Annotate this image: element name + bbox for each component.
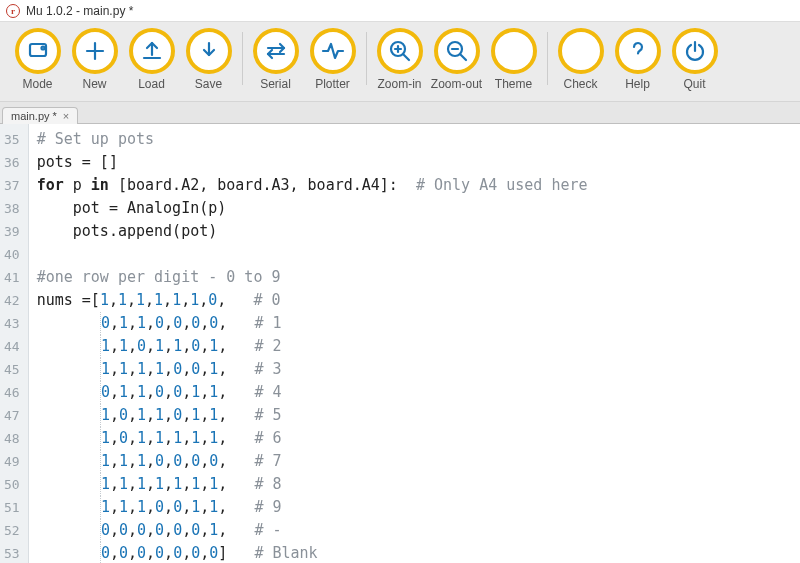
code-line[interactable]: 1,1,1,0,0,1,1, # 9 (37, 496, 588, 519)
toolbar-label: New (82, 77, 106, 91)
help-button[interactable]: Help (610, 26, 665, 99)
line-number: 38 (4, 197, 20, 220)
toolbar-group: ModeNewLoadSave (4, 26, 242, 99)
zoom-in-icon (377, 28, 423, 74)
line-number: 40 (4, 243, 20, 266)
code-line[interactable]: for p in [board.A2, board.A3, board.A4]:… (37, 174, 588, 197)
mode-icon (15, 28, 61, 74)
code-line[interactable]: 1,1,1,0,0,0,0, # 7 (37, 450, 588, 473)
code-line[interactable]: 0,1,1,0,0,0,0, # 1 (37, 312, 588, 335)
new-button[interactable]: New (67, 26, 122, 99)
code-line[interactable] (37, 243, 588, 266)
code-line[interactable]: pot = AnalogIn(p) (37, 197, 588, 220)
theme-button[interactable]: Theme (486, 26, 541, 99)
thumbs-up-icon (558, 28, 604, 74)
line-number: 42 (4, 289, 20, 312)
window-title: Mu 1.0.2 - main.py * (26, 4, 133, 18)
code-line[interactable]: 1,0,1,1,0,1,1, # 5 (37, 404, 588, 427)
app-logo-icon: r (6, 4, 20, 18)
toolbar-label: Quit (683, 77, 705, 91)
toolbar-label: Plotter (315, 77, 350, 91)
line-number: 46 (4, 381, 20, 404)
line-number: 49 (4, 450, 20, 473)
toolbar-group: SerialPlotter (242, 26, 366, 99)
line-number: 50 (4, 473, 20, 496)
code-area[interactable]: # Set up potspots = []for p in [board.A2… (29, 124, 596, 563)
transfer-icon (253, 28, 299, 74)
plotter-button[interactable]: Plotter (305, 26, 360, 99)
serial-button[interactable]: Serial (248, 26, 303, 99)
code-line[interactable]: 0,0,0,0,0,0,0] # Blank (37, 542, 588, 563)
close-icon[interactable]: × (63, 110, 69, 122)
line-number: 45 (4, 358, 20, 381)
toolbar-label: Theme (495, 77, 532, 91)
line-number: 51 (4, 496, 20, 519)
check-button[interactable]: Check (553, 26, 608, 99)
code-line[interactable]: 0,0,0,0,0,0,1, # - (37, 519, 588, 542)
code-line[interactable]: 1,1,0,1,1,0,1, # 2 (37, 335, 588, 358)
pulse-icon (310, 28, 356, 74)
line-number: 44 (4, 335, 20, 358)
toolbar-label: Check (563, 77, 597, 91)
toolbar-label: Help (625, 77, 650, 91)
code-editor[interactable]: 35363738394041424344454647484950515253 #… (0, 124, 800, 563)
line-gutter: 35363738394041424344454647484950515253 (0, 124, 29, 563)
save-icon (186, 28, 232, 74)
line-number: 36 (4, 151, 20, 174)
save-button[interactable]: Save (181, 26, 236, 99)
code-line[interactable]: pots.append(pot) (37, 220, 588, 243)
line-number: 39 (4, 220, 20, 243)
zoomout-button[interactable]: Zoom-out (429, 26, 484, 99)
power-icon (672, 28, 718, 74)
zoom-out-icon (434, 28, 480, 74)
mode-button[interactable]: Mode (10, 26, 65, 99)
line-number: 37 (4, 174, 20, 197)
help-icon (615, 28, 661, 74)
code-line[interactable]: 1,1,1,1,1,1,1, # 8 (37, 473, 588, 496)
line-number: 35 (4, 128, 20, 151)
toolbar-label: Serial (260, 77, 291, 91)
line-number: 48 (4, 427, 20, 450)
toolbar-label: Mode (22, 77, 52, 91)
load-icon (129, 28, 175, 74)
quit-button[interactable]: Quit (667, 26, 722, 99)
line-number: 43 (4, 312, 20, 335)
toolbar-label: Save (195, 77, 222, 91)
titlebar: r Mu 1.0.2 - main.py * (0, 0, 800, 22)
line-number: 52 (4, 519, 20, 542)
code-line[interactable]: 0,1,1,0,0,1,1, # 4 (37, 381, 588, 404)
toolbar-group: CheckHelpQuit (547, 26, 728, 99)
code-line[interactable]: # Set up pots (37, 128, 588, 151)
line-number: 53 (4, 542, 20, 563)
tabbar: main.py * × (0, 102, 800, 124)
code-line[interactable]: pots = [] (37, 151, 588, 174)
code-line[interactable]: 1,1,1,1,0,0,1, # 3 (37, 358, 588, 381)
tab-mainpy[interactable]: main.py * × (2, 107, 78, 124)
toolbar-group: Zoom-inZoom-outTheme (366, 26, 547, 99)
line-number: 47 (4, 404, 20, 427)
plus-icon (72, 28, 118, 74)
line-number: 41 (4, 266, 20, 289)
moon-icon (491, 28, 537, 74)
code-line[interactable]: 1,0,1,1,1,1,1, # 6 (37, 427, 588, 450)
toolbar-label: Zoom-out (431, 77, 482, 91)
toolbar-label: Load (138, 77, 165, 91)
zoomin-button[interactable]: Zoom-in (372, 26, 427, 99)
load-button[interactable]: Load (124, 26, 179, 99)
tab-label: main.py * (11, 110, 57, 122)
toolbar-label: Zoom-in (377, 77, 421, 91)
toolbar: ModeNewLoadSaveSerialPlotterZoom-inZoom-… (0, 22, 800, 102)
code-line[interactable]: nums =[1,1,1,1,1,1,0, # 0 (37, 289, 588, 312)
code-line[interactable]: #one row per digit - 0 to 9 (37, 266, 588, 289)
